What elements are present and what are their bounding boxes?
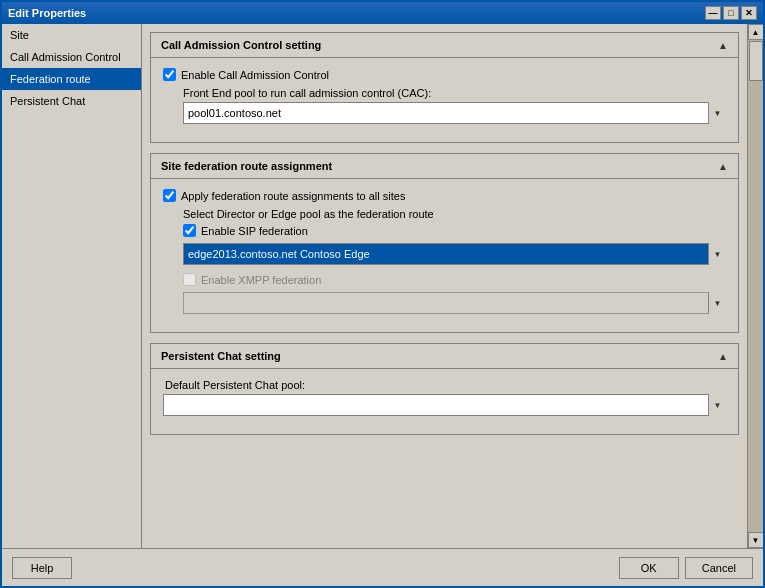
enable-xmpp-row: Enable XMPP federation (183, 273, 726, 286)
sidebar-item-site[interactable]: Site (2, 24, 141, 46)
frontend-pool-dropdown-row: pool01.contoso.net ▼ (183, 102, 726, 124)
scroll-thumb[interactable] (749, 41, 763, 81)
title-bar-controls: — □ ✕ (705, 6, 757, 20)
enable-xmpp-checkbox[interactable] (183, 273, 196, 286)
footer-right-buttons: OK Cancel (619, 557, 753, 579)
sip-pool-select[interactable]: edge2013.contoso.net Contoso Edge (183, 243, 726, 265)
enable-cac-row: Enable Call Admission Control (163, 68, 726, 81)
frontend-pool-dropdown-container: pool01.contoso.net ▼ (183, 102, 726, 124)
persistent-chat-title: Persistent Chat setting (161, 350, 281, 362)
scroll-down-button[interactable]: ▼ (748, 532, 764, 548)
edit-properties-window: Edit Properties — □ ✕ Site Call Admissio… (0, 0, 765, 588)
title-bar: Edit Properties — □ ✕ (2, 2, 763, 24)
persistent-chat-pool-select[interactable] (163, 394, 726, 416)
call-admission-control-section: Call Admission Control setting ▲ Enable … (150, 32, 739, 143)
sip-pool-dropdown-row: edge2013.contoso.net Contoso Edge ▼ (183, 243, 726, 265)
enable-sip-label: Enable SIP federation (201, 225, 308, 237)
ok-button[interactable]: OK (619, 557, 679, 579)
persistent-chat-body: Default Persistent Chat pool: ▼ (151, 369, 738, 434)
main-content: Site Call Admission Control Federation r… (2, 24, 763, 548)
sidebar-item-call-admission-control[interactable]: Call Admission Control (2, 46, 141, 68)
apply-federation-label: Apply federation route assignments to al… (181, 190, 405, 202)
sidebar: Site Call Admission Control Federation r… (2, 24, 142, 548)
sidebar-item-persistent-chat[interactable]: Persistent Chat (2, 90, 141, 112)
xmpp-pool-select[interactable] (183, 292, 726, 314)
cac-section-body: Enable Call Admission Control Front End … (151, 58, 738, 142)
site-federation-section: Site federation route assignment ▲ Apply… (150, 153, 739, 333)
federation-section-body: Apply federation route assignments to al… (151, 179, 738, 332)
footer: Help OK Cancel (2, 548, 763, 586)
persistent-chat-section: Persistent Chat setting ▲ Default Persis… (150, 343, 739, 435)
maximize-button[interactable]: □ (723, 6, 739, 20)
content-wrapper: Call Admission Control setting ▲ Enable … (142, 24, 747, 453)
apply-federation-row: Apply federation route assignments to al… (163, 189, 726, 202)
frontend-pool-label: Front End pool to run call admission con… (183, 87, 726, 99)
default-pool-label: Default Persistent Chat pool: (165, 379, 726, 391)
frontend-pool-select[interactable]: pool01.contoso.net (183, 102, 726, 124)
content-area: Call Admission Control setting ▲ Enable … (142, 24, 747, 548)
cac-section-title: Call Admission Control setting (161, 39, 321, 51)
cac-section-header: Call Admission Control setting ▲ (151, 33, 738, 58)
scroll-track (748, 40, 764, 532)
enable-cac-label: Enable Call Admission Control (181, 69, 329, 81)
xmpp-pool-dropdown-row: ▼ (183, 292, 726, 314)
enable-cac-checkbox[interactable] (163, 68, 176, 81)
content-and-scroll: Call Admission Control setting ▲ Enable … (142, 24, 763, 548)
window-body: Site Call Admission Control Federation r… (2, 24, 763, 586)
sidebar-item-federation-route[interactable]: Federation route (2, 68, 141, 90)
enable-sip-checkbox[interactable] (183, 224, 196, 237)
window-title: Edit Properties (8, 7, 86, 19)
enable-xmpp-label: Enable XMPP federation (201, 274, 321, 286)
federation-section-title: Site federation route assignment (161, 160, 332, 172)
persistent-chat-pool-row: ▼ (163, 394, 726, 416)
federation-collapse-arrow[interactable]: ▲ (718, 161, 728, 172)
xmpp-pool-dropdown-container: ▼ (183, 292, 726, 314)
federation-section-header: Site federation route assignment ▲ (151, 154, 738, 179)
cancel-button[interactable]: Cancel (685, 557, 753, 579)
select-director-label: Select Director or Edge pool as the fede… (183, 208, 726, 220)
enable-sip-row: Enable SIP federation (183, 224, 726, 237)
sip-pool-dropdown-container: edge2013.contoso.net Contoso Edge ▼ (183, 243, 726, 265)
apply-federation-checkbox[interactable] (163, 189, 176, 202)
vertical-scrollbar: ▲ ▼ (747, 24, 763, 548)
cac-collapse-arrow[interactable]: ▲ (718, 40, 728, 51)
persistent-chat-collapse-arrow[interactable]: ▲ (718, 351, 728, 362)
close-button[interactable]: ✕ (741, 6, 757, 20)
minimize-button[interactable]: — (705, 6, 721, 20)
persistent-chat-header: Persistent Chat setting ▲ (151, 344, 738, 369)
persistent-chat-pool-container: ▼ (163, 394, 726, 416)
scroll-up-button[interactable]: ▲ (748, 24, 764, 40)
help-button[interactable]: Help (12, 557, 72, 579)
